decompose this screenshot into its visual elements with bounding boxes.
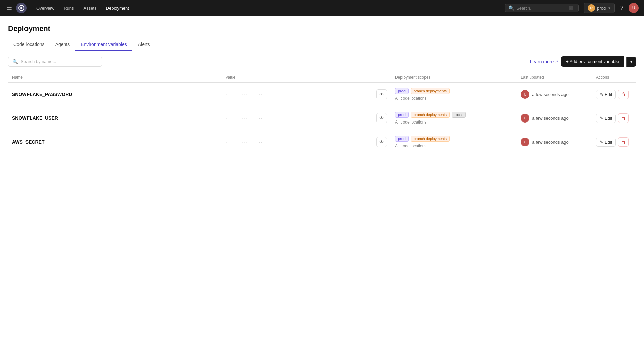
eye-icon: 👁 (379, 92, 384, 97)
edit-icon: ✎ (600, 140, 603, 145)
tab-alerts[interactable]: Alerts (132, 38, 155, 51)
table-row: SNOWFLAKE_USER ··················· 👁 pro… (8, 106, 636, 130)
nav-links: Overview Runs Assets Deployment (32, 4, 133, 13)
col-name: Name (8, 72, 221, 83)
delete-button[interactable]: 🗑 (618, 137, 629, 147)
updated-timestamp: a few seconds ago (532, 140, 568, 145)
tab-agents[interactable]: Agents (50, 38, 75, 51)
toggle-visibility-button[interactable]: 👁 (376, 89, 387, 99)
env-var-scopes-cell: prodbranch deployments All code location… (391, 83, 517, 106)
scope-tag-prod: prod (395, 136, 409, 142)
learn-more-label: Learn more (530, 59, 554, 64)
updated-timestamp: a few seconds ago (532, 116, 568, 121)
delete-button[interactable]: 🗑 (618, 113, 629, 123)
env-var-value-dots: ··················· (225, 115, 263, 121)
nav-assets[interactable]: Assets (79, 4, 101, 13)
updated-avatar: U (521, 138, 529, 146)
app-logo (16, 3, 27, 13)
trash-icon: 🗑 (621, 92, 626, 97)
add-environment-variable-dropdown-button[interactable]: ▼ (626, 57, 636, 67)
global-search[interactable]: 🔍 / (505, 4, 579, 12)
help-icon[interactable]: ? (620, 5, 623, 11)
env-var-value-dots: ··················· (225, 92, 263, 97)
workspace-selector[interactable]: P prod ▼ (584, 3, 615, 13)
external-link-icon: ↗ (555, 59, 558, 64)
edit-icon: ✎ (600, 116, 603, 121)
chevron-down-icon: ▼ (608, 6, 611, 10)
edit-button[interactable]: ✎ Edit (596, 114, 616, 123)
tab-environment-variables[interactable]: Environment variables (75, 38, 132, 51)
scope-tag-prod: prod (395, 88, 409, 94)
last-updated-cell: U a few seconds ago (517, 132, 592, 152)
nav-deployment[interactable]: Deployment (102, 4, 133, 13)
col-deployment-scopes: Deployment scopes (391, 72, 517, 83)
env-var-value-cell: ··················· 👁 (221, 84, 391, 105)
edit-button[interactable]: ✎ Edit (596, 90, 616, 99)
env-var-scopes-cell: prodbranch deployments All code location… (391, 130, 517, 154)
updated-avatar: U (521, 90, 529, 99)
table-row: SNOWFLAKE_PASSWORD ··················· 👁… (8, 83, 636, 106)
scope-tags: prodbranch deployments (395, 136, 513, 142)
scope-tag-branch: branch deployments (411, 88, 450, 94)
chevron-down-icon: ▼ (629, 59, 633, 64)
add-environment-variable-button[interactable]: + Add environment variable (561, 56, 624, 67)
env-var-value-dots: ··················· (225, 139, 263, 145)
nav-overview[interactable]: Overview (32, 4, 58, 13)
nav-runs[interactable]: Runs (60, 4, 78, 13)
toolbar: 🔍 Learn more ↗ + Add environment variabl… (0, 51, 644, 72)
edit-button[interactable]: ✎ Edit (596, 138, 616, 147)
col-value: Value (221, 72, 391, 83)
prod-avatar: P (588, 4, 595, 12)
user-avatar[interactable]: U (629, 3, 639, 13)
eye-icon: 👁 (379, 139, 384, 145)
scope-tag-branch: branch deployments (411, 112, 450, 118)
edit-label: Edit (605, 92, 612, 97)
toolbar-right: Learn more ↗ + Add environment variable … (530, 56, 636, 67)
delete-button[interactable]: 🗑 (618, 90, 629, 99)
col-actions: Actions (592, 72, 636, 83)
scope-tags: prodbranch deploymentslocal (395, 112, 513, 118)
env-var-name: SNOWFLAKE_PASSWORD (8, 86, 221, 102)
search-icon: 🔍 (12, 59, 18, 64)
env-vars-table: Name Value Deployment scopes Last update… (8, 72, 636, 154)
edit-icon: ✎ (600, 92, 603, 97)
last-updated-cell: U a few seconds ago (517, 108, 592, 128)
scope-sub-label: All code locations (395, 144, 513, 148)
search-input[interactable] (516, 6, 567, 11)
env-var-scopes-cell: prodbranch deploymentslocal All code loc… (391, 106, 517, 130)
actions-cell: ✎ Edit 🗑 (592, 113, 636, 123)
scope-sub-label: All code locations (395, 120, 513, 125)
env-vars-table-container: Name Value Deployment scopes Last update… (0, 72, 644, 154)
learn-more-link[interactable]: Learn more ↗ (530, 59, 559, 64)
main-page: Deployment Code locations Agents Environ… (0, 16, 644, 341)
scope-sub-label: All code locations (395, 96, 513, 101)
actions-cell: ✎ Edit 🗑 (592, 137, 636, 147)
env-var-name: AWS_SECRET (8, 134, 221, 150)
toggle-visibility-button[interactable]: 👁 (376, 137, 387, 147)
eye-icon: 👁 (379, 115, 384, 121)
name-search-input[interactable] (21, 59, 98, 64)
hamburger-menu-icon[interactable]: ☰ (5, 3, 13, 13)
scope-tag-prod: prod (395, 112, 409, 118)
env-var-name: SNOWFLAKE_USER (8, 110, 221, 126)
top-navigation: ☰ Overview Runs Assets Deployment 🔍 / P … (0, 0, 644, 16)
scope-tags: prodbranch deployments (395, 88, 513, 94)
tab-code-locations[interactable]: Code locations (8, 38, 50, 51)
workspace-label: prod (597, 6, 606, 11)
env-var-value-cell: ··················· 👁 (221, 108, 391, 129)
name-search-box[interactable]: 🔍 (8, 57, 102, 67)
scope-tag-branch: branch deployments (411, 136, 450, 142)
table-header-row: Name Value Deployment scopes Last update… (8, 72, 636, 83)
col-last-updated: Last updated (517, 72, 592, 83)
table-row: AWS_SECRET ··················· 👁 prodbra… (8, 130, 636, 154)
updated-timestamp: a few seconds ago (532, 92, 568, 97)
edit-label: Edit (605, 140, 612, 145)
page-title: Deployment (8, 24, 636, 33)
updated-avatar: U (521, 114, 529, 123)
env-var-value-cell: ··················· 👁 (221, 132, 391, 152)
actions-cell: ✎ Edit 🗑 (592, 90, 636, 99)
trash-icon: 🗑 (621, 139, 626, 145)
trash-icon: 🗑 (621, 115, 626, 121)
search-kbd-hint: / (569, 6, 573, 10)
toggle-visibility-button[interactable]: 👁 (376, 113, 387, 123)
